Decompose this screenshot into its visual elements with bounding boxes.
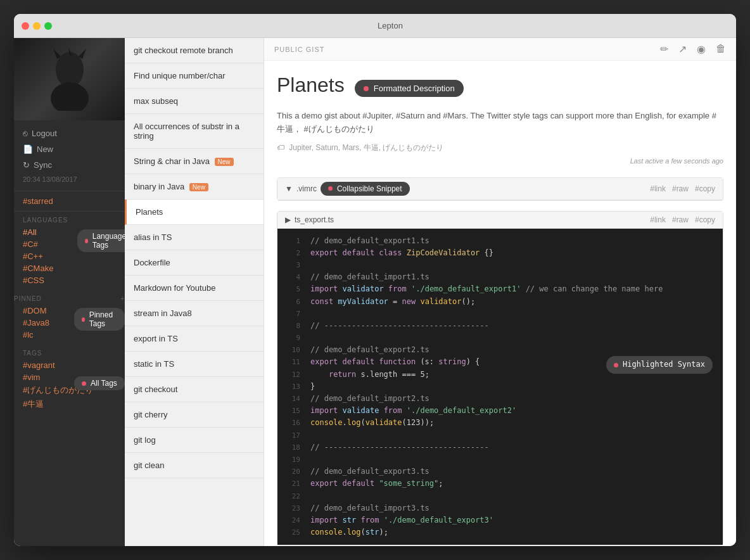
list-panel: git checkout remote branch Find unique n… [125, 38, 264, 546]
code-line-24: 24 import str from './demo_default_expor… [277, 514, 723, 526]
collapsible-snippet-badge: Collapsible Snippet [321, 182, 410, 196]
list-item-label: alias in TS [134, 232, 172, 242]
pinned-label: PINNED [14, 295, 42, 302]
list-item-export-ts[interactable]: export in TS [125, 326, 264, 352]
window-title: Lepton [52, 21, 728, 30]
sidebar: ⎋ Logout 📄 New ↻ Sync 20:34 13/08/2017 #… [14, 38, 125, 546]
code-line-1: 1 // demo_default_export1.ts [277, 235, 723, 247]
language-tags-badge-container: Language Tags [77, 229, 125, 252]
list-item-find-unique[interactable]: Find unique number/char [125, 63, 264, 89]
list-item-label: git checkout [134, 385, 177, 394]
list-item-label: binary in Java [134, 182, 184, 191]
list-item-binary-java[interactable]: binary in Java New [125, 174, 264, 200]
lang-tag-css[interactable]: #CSS [23, 274, 116, 286]
language-tags-badge: Language Tags [77, 229, 125, 252]
list-item-label: git checkout remote branch [134, 46, 233, 55]
sync-button[interactable]: ↻ Sync [14, 157, 125, 173]
list-item-all-occurrences[interactable]: All occurrences of substr in a string [125, 114, 264, 149]
close-button[interactable] [22, 22, 29, 30]
pinned-section: PINNED + #DOM #Java8 #lc Pinned Tags [14, 290, 125, 345]
tag-icon: 🏷 [277, 143, 284, 152]
code-line-2: 2 export default class ZipCodeValidator … [277, 247, 723, 259]
svg-point-0 [56, 52, 84, 87]
list-item-static-ts[interactable]: static in TS [125, 352, 264, 377]
gist-tags-text: Jupiter, Saturn, Mars, 牛逼, げんじものがたり [289, 143, 443, 152]
logout-label: Logout [32, 129, 57, 138]
list-item-dockerfile[interactable]: Dockerfile [125, 250, 264, 276]
new-label: New [37, 144, 53, 154]
all-tags-badge: All Tags [74, 376, 125, 390]
code-block: 1 // demo_default_export1.ts 2 export de… [277, 229, 723, 545]
code-line-3: 3 [277, 259, 723, 271]
filename-label: ts_export.ts [295, 215, 334, 224]
list-item-string-char[interactable]: String & char in Java New [125, 149, 264, 174]
code-line-6: 6 const myValidator = new validator(); [277, 296, 723, 308]
tag-niubi[interactable]: #牛逼 [23, 397, 116, 411]
list-item-git-clean[interactable]: git clean [125, 453, 264, 478]
new-badge: New [215, 158, 234, 166]
list-item-markdown-youtube[interactable]: Markdown for Youtube [125, 276, 264, 301]
snippet-ts-header: ▶ ts_export.ts #link #raw #copy [277, 212, 723, 229]
code-line-13: 13 } [277, 381, 723, 393]
tags-section: TAGS #vagrant #vim #げんじものがたり #牛逼 All Tag… [14, 345, 125, 420]
pinned-header: PINNED + [14, 290, 125, 305]
external-link-icon[interactable]: ↗ [678, 43, 687, 55]
lang-tag-cmake[interactable]: #CMake [23, 262, 116, 274]
list-item-label: Planets [136, 207, 163, 217]
delete-icon[interactable]: 🗑 [716, 43, 726, 55]
ts-copy-action[interactable]: #copy [695, 215, 715, 224]
expand-toggle[interactable]: ▶ [285, 215, 291, 224]
code-line-9: 9 [277, 332, 723, 344]
tags-label: TAGS [14, 345, 125, 359]
vimrc-link-action[interactable]: #link [650, 184, 666, 193]
filename-label: .vimrc [296, 184, 317, 193]
snippet-ts-filename: ▶ ts_export.ts [285, 215, 334, 224]
tag-vagrant[interactable]: #vagrant [23, 359, 116, 371]
eye-icon[interactable]: ◉ [697, 43, 706, 55]
vimrc-raw-action[interactable]: #raw [672, 184, 689, 193]
new-icon: 📄 [23, 144, 33, 154]
list-item-label: export in TS [134, 334, 178, 343]
languages-section: LANGUAGES #All #C# #C++ #CMake #CSS Lang… [14, 212, 125, 290]
snippet-vimrc-filename: ▼ .vimrc Collapsible Snippet [285, 182, 410, 196]
code-line-7: 7 [277, 308, 723, 320]
sync-icon: ↻ [23, 160, 30, 170]
starred-section: #starred [14, 191, 125, 212]
new-button[interactable]: 📄 New [14, 141, 125, 157]
list-item-label: String & char in Java [134, 156, 210, 166]
list-item-git-log[interactable]: git log [125, 428, 264, 453]
gist-description: This a demo gist about #Jupiter, #Saturn… [277, 110, 723, 136]
list-item-git-checkout-remote[interactable]: git checkout remote branch [125, 38, 264, 63]
code-line-10: 10 // demo_default_export2.ts [277, 344, 723, 356]
starred-tag[interactable]: #starred [23, 195, 116, 207]
list-item-git-checkout[interactable]: git checkout [125, 377, 264, 402]
list-item-label: git log [134, 435, 156, 445]
main-content: ⎋ Logout 📄 New ↻ Sync 20:34 13/08/2017 #… [14, 38, 736, 546]
avatar-image [14, 38, 125, 120]
list-item-alias-ts[interactable]: alias in TS [125, 225, 264, 250]
collapse-toggle[interactable]: ▼ [285, 184, 293, 193]
code-line-14: 14 // demo_default_import2.ts [277, 393, 723, 405]
vimrc-copy-action[interactable]: #copy [695, 184, 715, 193]
edit-icon[interactable]: ✏ [660, 43, 668, 55]
minimize-button[interactable] [33, 22, 41, 30]
list-item-planets[interactable]: Planets [125, 200, 264, 225]
highlighted-syntax-badge: Highlighted Syntax [606, 356, 713, 373]
sidebar-actions: ⎋ Logout 📄 New ↻ Sync 20:34 13/08/2017 [14, 120, 125, 191]
ts-link-action[interactable]: #link [650, 215, 666, 224]
list-item-stream-java8[interactable]: stream in Java8 [125, 301, 264, 326]
add-pinned-button[interactable]: + [120, 295, 125, 302]
list-item-git-cherry[interactable]: git cherry [125, 402, 264, 428]
list-item-max-subseq[interactable]: max subseq [125, 89, 264, 114]
logout-button[interactable]: ⎋ Logout [14, 125, 125, 141]
maximize-button[interactable] [44, 22, 52, 30]
list-item-label: Dockerfile [134, 258, 170, 267]
code-line-16: 16 console.log(validate(123)); [277, 417, 723, 429]
snippet-vimrc-header: ▼ .vimrc Collapsible Snippet #link #raw … [277, 178, 723, 200]
code-line-25: 25 console.log(str); [277, 526, 723, 538]
list-item-label: max subseq [134, 96, 178, 106]
ts-raw-action[interactable]: #raw [672, 215, 689, 224]
list-item-label: All occurrences of substr in a string [134, 122, 239, 141]
code-line-20: 20 // demo_default_export3.ts [277, 466, 723, 478]
code-line-23: 23 // demo_default_import3.ts [277, 502, 723, 514]
